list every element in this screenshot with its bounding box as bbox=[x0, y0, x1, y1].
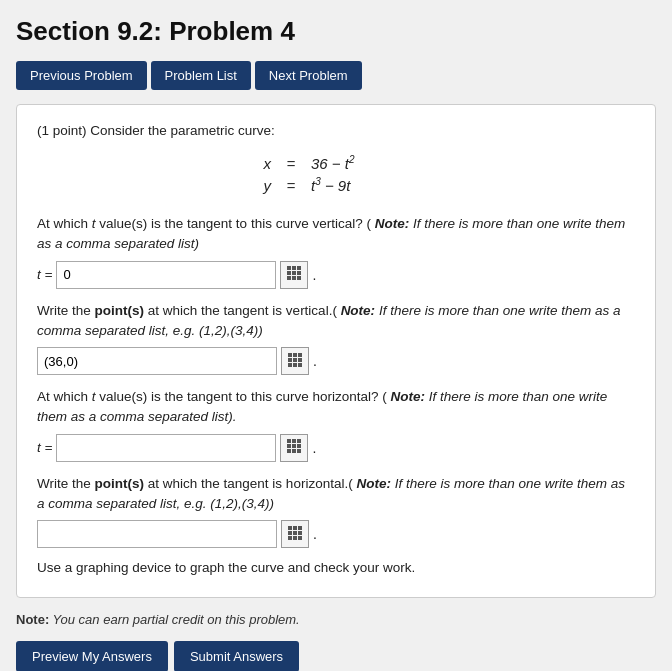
svg-rect-5 bbox=[297, 271, 301, 275]
question-1-text: At which t value(s) is the tangent to th… bbox=[37, 214, 635, 255]
svg-rect-34 bbox=[293, 536, 297, 540]
svg-rect-4 bbox=[292, 271, 296, 275]
svg-rect-15 bbox=[288, 363, 292, 367]
q3-input[interactable] bbox=[56, 434, 276, 462]
graphing-note: Use a graphing device to graph the curve… bbox=[37, 560, 635, 575]
svg-rect-20 bbox=[297, 439, 301, 443]
q1-dot: . bbox=[312, 267, 316, 283]
svg-rect-18 bbox=[287, 439, 291, 443]
svg-rect-0 bbox=[287, 266, 291, 270]
svg-rect-24 bbox=[287, 449, 291, 453]
q4-grid-button[interactable] bbox=[281, 520, 309, 548]
eq-x-var: x bbox=[241, 155, 271, 172]
eq-y-equals: = bbox=[271, 177, 311, 194]
q1-label: t = bbox=[37, 267, 52, 282]
svg-rect-19 bbox=[292, 439, 296, 443]
svg-rect-1 bbox=[292, 266, 296, 270]
svg-rect-11 bbox=[298, 353, 302, 357]
svg-rect-7 bbox=[292, 276, 296, 280]
q3-dot: . bbox=[312, 440, 316, 456]
q2-grid-icon bbox=[287, 352, 303, 371]
q2-dot: . bbox=[313, 353, 317, 369]
eq-x-equals: = bbox=[271, 155, 311, 172]
question-3-text: At which t value(s) is the tangent to th… bbox=[37, 387, 635, 428]
problem-list-button[interactable]: Problem List bbox=[151, 61, 251, 90]
svg-rect-29 bbox=[298, 526, 302, 530]
preview-answers-button[interactable]: Preview My Answers bbox=[16, 641, 168, 671]
svg-rect-16 bbox=[293, 363, 297, 367]
bottom-buttons: Preview My Answers Submit Answers bbox=[16, 641, 656, 671]
q1-grid-button[interactable] bbox=[280, 261, 308, 289]
svg-rect-6 bbox=[287, 276, 291, 280]
svg-rect-28 bbox=[293, 526, 297, 530]
svg-rect-3 bbox=[287, 271, 291, 275]
svg-rect-22 bbox=[292, 444, 296, 448]
svg-rect-33 bbox=[288, 536, 292, 540]
q4-input[interactable] bbox=[37, 520, 277, 548]
problem-box: (1 point) Consider the parametric curve:… bbox=[16, 104, 656, 598]
q2-input-row: . bbox=[37, 347, 635, 375]
question-4-block: Write the point(s) at which the tangent … bbox=[37, 474, 635, 549]
q2-input[interactable] bbox=[37, 347, 277, 375]
page-title: Section 9.2: Problem 4 bbox=[16, 16, 656, 47]
svg-rect-32 bbox=[298, 531, 302, 535]
svg-rect-25 bbox=[292, 449, 296, 453]
svg-rect-9 bbox=[288, 353, 292, 357]
question-1-block: At which t value(s) is the tangent to th… bbox=[37, 214, 635, 289]
svg-rect-12 bbox=[288, 358, 292, 362]
problem-intro: (1 point) Consider the parametric curve: bbox=[37, 123, 635, 138]
question-2-block: Write the point(s) at which the tangent … bbox=[37, 301, 635, 376]
question-2-text: Write the point(s) at which the tangent … bbox=[37, 301, 635, 342]
svg-rect-23 bbox=[297, 444, 301, 448]
eq-y-expr: t3 − 9t bbox=[311, 176, 431, 194]
q4-input-row: . bbox=[37, 520, 635, 548]
svg-rect-35 bbox=[298, 536, 302, 540]
svg-rect-17 bbox=[298, 363, 302, 367]
q3-grid-button[interactable] bbox=[280, 434, 308, 462]
equations: x = 36 − t2 y = t3 − 9t bbox=[37, 154, 635, 194]
submit-answers-button[interactable]: Submit Answers bbox=[174, 641, 299, 671]
note-label: Note: bbox=[16, 612, 49, 627]
eq-y-var: y bbox=[241, 177, 271, 194]
q4-dot: . bbox=[313, 526, 317, 542]
svg-rect-26 bbox=[297, 449, 301, 453]
svg-rect-10 bbox=[293, 353, 297, 357]
q3-grid-icon bbox=[286, 438, 302, 457]
question-3-block: At which t value(s) is the tangent to th… bbox=[37, 387, 635, 462]
svg-rect-30 bbox=[288, 531, 292, 535]
q1-input-row: t = . bbox=[37, 261, 635, 289]
note-section: Note: You can earn partial credit on thi… bbox=[16, 612, 656, 627]
prev-problem-button[interactable]: Previous Problem bbox=[16, 61, 147, 90]
q1-grid-icon bbox=[286, 265, 302, 284]
note-text: You can earn partial credit on this prob… bbox=[49, 612, 300, 627]
svg-rect-27 bbox=[288, 526, 292, 530]
q2-grid-button[interactable] bbox=[281, 347, 309, 375]
svg-rect-21 bbox=[287, 444, 291, 448]
eq-x-expr: 36 − t2 bbox=[311, 154, 431, 172]
q4-grid-icon bbox=[287, 525, 303, 544]
svg-rect-2 bbox=[297, 266, 301, 270]
next-problem-button[interactable]: Next Problem bbox=[255, 61, 362, 90]
svg-rect-13 bbox=[293, 358, 297, 362]
svg-rect-8 bbox=[297, 276, 301, 280]
svg-rect-31 bbox=[293, 531, 297, 535]
nav-buttons: Previous Problem Problem List Next Probl… bbox=[16, 61, 656, 90]
q3-label: t = bbox=[37, 440, 52, 455]
q3-input-row: t = . bbox=[37, 434, 635, 462]
q1-input[interactable] bbox=[56, 261, 276, 289]
svg-rect-14 bbox=[298, 358, 302, 362]
question-4-text: Write the point(s) at which the tangent … bbox=[37, 474, 635, 515]
